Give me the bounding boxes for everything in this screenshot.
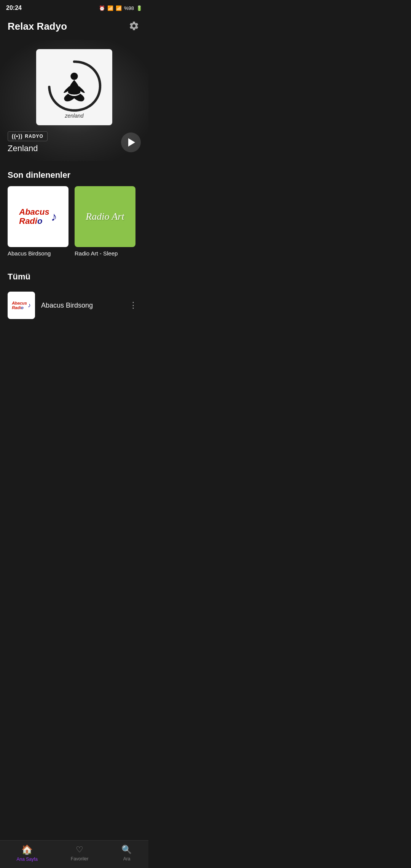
station-card-img-abacus: Abacus Radio ♪ [8,186,68,247]
home-icon: 🏠 [21,844,33,855]
all-section-title: Tümü [8,272,141,282]
abacus-music-note: ♪ [51,210,57,224]
radioart-logo: Radio Art [75,186,135,247]
hero-left: ((•)) RADYO Zenland [8,131,48,153]
search-icon: 🔍 [121,845,132,855]
play-button[interactable] [121,132,141,152]
station-logo-container: zenland [36,49,112,125]
nav-home[interactable]: 🏠 Ana Sayfa [16,844,37,862]
heart-icon: ♡ [76,845,83,855]
list-item-menu-abacus[interactable]: ⋮ [126,297,141,313]
station-card-label-abacus: Abacus Birdsong [8,250,68,257]
nav-search-label: Ara [123,856,131,862]
gear-icon [129,21,139,31]
battery-icon: 🔋 [136,5,142,11]
signal-icon: 📶 [116,5,122,11]
radio-wave-icon: ((•)) [12,133,23,139]
recent-section: Son dinlenenler Abacus Radio ♪ [0,161,148,263]
list-item-img-abacus: Abacus Radio ♪ [8,292,35,319]
wifi-icon: 📶 [107,5,113,11]
battery-text: %98 [124,5,134,11]
radio-badge-text: RADYO [25,134,43,139]
abacus-text-line2: Radio [19,217,49,226]
hero-bottom: ((•)) RADYO Zenland [8,131,141,153]
zenland-text: zenland [65,113,83,119]
station-card-abacus[interactable]: Abacus Radio ♪ Abacus Birdsong [8,186,68,257]
nav-favorites-label: Favoriler [71,856,89,862]
nav-favorites[interactable]: ♡ Favoriler [71,845,89,862]
list-item-abacus[interactable]: Abacus Radio ♪ Abacus Birdsong ⋮ [8,288,141,323]
bottom-nav: 🏠 Ana Sayfa ♡ Favoriler 🔍 Ara [0,840,148,868]
nav-home-label: Ana Sayfa [16,857,37,862]
list-item-name-abacus: Abacus Birdsong [41,302,120,310]
svg-point-0 [70,73,78,80]
all-section: Tümü Abacus Radio ♪ Abacus Birdsong ⋮ [0,263,148,361]
zenland-logo-svg [44,56,105,116]
status-bar: 20:24 ⏰ 📶 📶 %98 🔋 [0,0,148,14]
hero-section: zenland ((•)) RADYO Zenland [0,40,148,161]
settings-button[interactable] [127,19,141,34]
station-card-radioart[interactable]: Radio Art Radio Art - Sleep [75,186,135,257]
status-icons: ⏰ 📶 📶 %98 🔋 [99,5,142,11]
abacus-logo: Abacus Radio ♪ [8,186,68,247]
list-abacus-text2: Radio [12,305,27,310]
list-abacus-text1: Abacus [12,301,27,305]
play-icon [128,138,135,147]
current-station-name: Zenland [8,144,48,153]
station-card-img-radioart: Radio Art [75,186,135,247]
alarm-icon: ⏰ [99,5,105,11]
app-title: Relax Radyo [8,21,67,32]
abacus-text-line1: Abacus [19,207,49,217]
status-time: 20:24 [6,5,22,11]
app-header: Relax Radyo [0,14,148,40]
radioart-logo-text: Radio Art [86,211,124,222]
nav-search[interactable]: 🔍 Ara [121,845,132,862]
recent-stations-scroll[interactable]: Abacus Radio ♪ Abacus Birdsong Radio Art… [8,186,141,263]
radio-badge: ((•)) RADYO [8,131,48,141]
station-card-label-radioart: Radio Art - Sleep [75,250,135,257]
list-abacus-note: ♪ [28,302,31,309]
recent-section-title: Son dinlenenler [8,170,141,180]
